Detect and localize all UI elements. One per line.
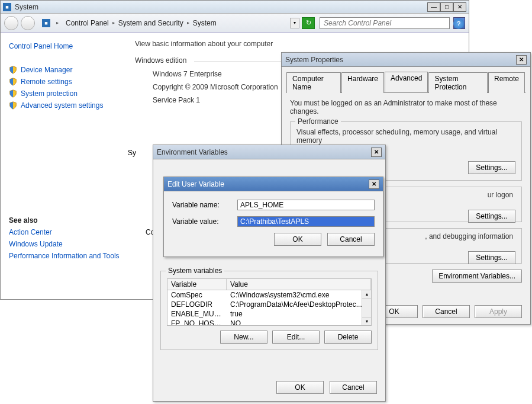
table-row: ComSpecC:\Windows\system32\cmd.exe [167,290,371,300]
system-variables-group: System variables Variable Value ComSpecC… [160,271,378,350]
edit-user-variable-dialog: Edit User Variable ✕ Variable name: Vari… [163,177,383,257]
group-label: System variables [166,267,224,275]
dialog-title: Edit User Variable [167,180,369,188]
tab-system-protection[interactable]: System Protection [428,72,488,93]
breadcrumb: Control Panel ▸ System and Security ▸ Sy… [65,18,218,28]
action-center-link[interactable]: Action Center [9,228,120,236]
delete-button[interactable]: Delete [324,331,372,344]
device-manager-link[interactable]: Device Manager [9,66,120,74]
shield-icon [9,78,17,86]
advanced-system-settings-link[interactable]: Advanced system settings [9,101,120,110]
shield-icon [9,101,17,110]
shield-icon [9,66,17,74]
variables-list[interactable]: ComSpecC:\Windows\system32\cmd.exe DEFLO… [167,290,372,326]
help-icon[interactable]: ? [453,18,464,29]
dialog-title: Environment Variables [157,148,371,156]
scroll-down-icon[interactable]: ▾ [362,317,371,325]
tab-computer-name[interactable]: Computer Name [286,72,341,93]
table-row: FP_NO_HOST_C...NO [167,319,371,326]
ok-button[interactable]: OK [274,233,321,246]
variable-name-input[interactable] [237,200,375,210]
variable-value-label: Variable value: [172,217,237,226]
new-button[interactable]: New... [220,331,267,344]
cancel-button[interactable]: Cancel [330,381,377,394]
location-dropdown[interactable]: ▾ [290,18,299,28]
system-icon: ■ [3,3,11,11]
breadcrumb-item[interactable]: Control Panel [65,18,110,28]
table-row: ENABLE_MULTIT...true [167,309,371,319]
left-pane: Control Panel Home Device Manager Remote… [1,33,128,299]
cancel-button[interactable]: Cancel [423,305,470,318]
performance-settings-button[interactable]: Settings... [468,161,515,174]
variable-value-input[interactable] [237,216,375,227]
edit-button[interactable]: Edit... [272,331,320,344]
titlebar: ■ System — □ ✕ [1,1,469,14]
windows-update-link[interactable]: Windows Update [9,240,120,248]
close-button[interactable]: ✕ [453,2,466,12]
close-icon[interactable]: ✕ [371,148,382,157]
truncated-label: Sy [128,149,136,157]
control-panel-home-link[interactable]: Control Panel Home [9,42,120,50]
window-title: System [15,3,427,11]
shield-icon [9,89,17,98]
cancel-button[interactable]: Cancel [327,233,375,246]
system-protection-link[interactable]: System protection [9,89,120,98]
dialog-title: System Properties [285,56,516,64]
see-also-heading: See also [9,216,120,225]
startup-text-fragment: , and debugging information [425,232,513,241]
search-input[interactable] [320,17,450,29]
remote-settings-link[interactable]: Remote settings [9,78,120,86]
admin-note: You must be logged on as an Administrato… [290,99,522,116]
intro-text: View basic information about your comput… [135,40,462,48]
performance-info-link[interactable]: Performance Information and Tools [9,252,120,261]
refresh-button[interactable]: ↻ [302,17,315,29]
forward-button[interactable] [21,16,35,30]
breadcrumb-item[interactable]: System [192,18,218,28]
list-header: Variable Value [167,278,372,290]
breadcrumb-icon: ■ [42,19,50,27]
back-button[interactable] [4,16,18,30]
profiles-settings-button[interactable]: Settings... [468,210,515,223]
chevron-right-icon[interactable]: ▸ [56,20,59,25]
scroll-up-icon[interactable]: ▴ [362,290,371,299]
startup-settings-button[interactable]: Settings... [468,251,515,264]
column-variable[interactable]: Variable [167,279,227,290]
chevron-right-icon: ▸ [187,20,189,25]
tab-strip: Computer Name Hardware Advanced System P… [286,72,525,93]
minimize-button[interactable]: — [427,2,440,12]
tab-advanced[interactable]: Advanced [385,72,428,92]
profiles-text-fragment: ur logon [488,191,513,199]
tab-remote[interactable]: Remote [488,72,525,93]
search-field[interactable] [323,18,447,28]
toolbar: ■ ▸ Control Panel ▸ System and Security … [1,14,469,33]
close-icon[interactable]: ✕ [369,179,379,189]
close-icon[interactable]: ✕ [516,55,527,65]
dialog-titlebar: System Properties ✕ [282,53,530,67]
table-row: DEFLOGDIRC:\ProgramData\McAfee\DesktopPr… [167,300,371,309]
column-value[interactable]: Value [227,279,371,290]
environment-variables-button[interactable]: Environment Variables... [432,270,522,283]
dialog-titlebar: Environment Variables ✕ [153,145,385,159]
variable-name-label: Variable name: [172,201,237,209]
dialog-titlebar: Edit User Variable ✕ [164,177,383,191]
breadcrumb-item[interactable]: System and Security [117,18,185,28]
ok-button[interactable]: OK [276,381,324,394]
maximize-button[interactable]: □ [440,2,453,12]
scrollbar[interactable]: ▴ ▾ [362,290,371,325]
performance-description: Visual effects, processor scheduling, me… [296,128,515,145]
tab-hardware[interactable]: Hardware [341,72,384,93]
chevron-right-icon: ▸ [112,20,115,25]
apply-button[interactable]: Apply [475,305,522,318]
group-label: Performance [295,117,341,126]
